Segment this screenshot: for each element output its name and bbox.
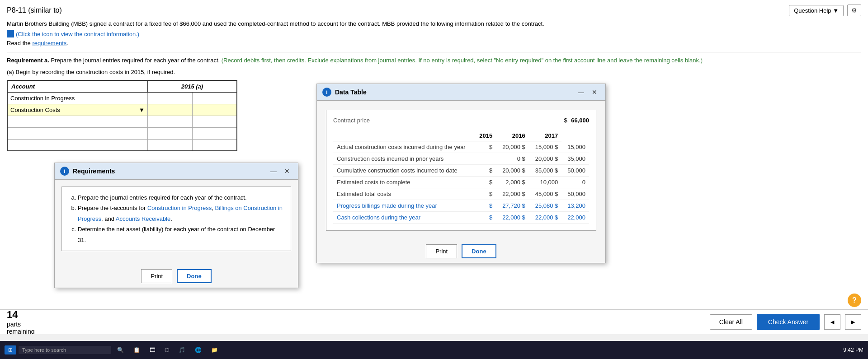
- requirements-link[interactable]: requirements: [32, 40, 66, 47]
- debit-input-2[interactable]: [151, 107, 189, 113]
- debit-input-3[interactable]: [151, 118, 189, 125]
- credit-input-5[interactable]: [195, 141, 234, 148]
- help-circle[interactable]: ?: [848, 294, 861, 307]
- journal-table: Account 2015 (a) Construction in Progres…: [7, 80, 237, 152]
- page-title: P8-11 (similar to): [7, 6, 62, 14]
- check-answer-button[interactable]: Check Answer: [757, 314, 820, 330]
- requirements-modal: i Requirements — ✕ Prepare the journal e…: [54, 163, 298, 288]
- taskbar-icon-7[interactable]: 📁: [208, 345, 222, 354]
- debit-cell-4[interactable]: [147, 127, 192, 139]
- taskbar: ⊞ Type here to search 🔍 📋 🗔 ⬡ 🎵 🌐 📁 9:42…: [0, 341, 868, 359]
- account-cell-2[interactable]: Construction Costs ▼: [7, 104, 147, 116]
- data-row-2015-4: 22,000 $: [496, 188, 529, 200]
- data-done-button[interactable]: Done: [462, 244, 496, 258]
- account-input-5[interactable]: [10, 141, 145, 148]
- requirements-minimize-button[interactable]: —: [268, 167, 279, 176]
- requirements-done-button[interactable]: Done: [177, 269, 212, 283]
- header-bar: P8-11 (similar to) Question Help ▼ ⚙: [7, 5, 861, 16]
- icon-link[interactable]: (Click the icon to view the contract inf…: [7, 30, 139, 37]
- data-row-2016-2: 35,000 $: [529, 165, 562, 177]
- requirements-close-button[interactable]: ✕: [282, 167, 292, 176]
- credit-cell-5[interactable]: [192, 139, 237, 151]
- data-row-2017-1: 35,000: [561, 153, 589, 165]
- debit-input-1[interactable]: [151, 95, 189, 102]
- read-requirements: Read the requirements.: [7, 40, 861, 47]
- requirement-item-a: Prepare the journal entries required for…: [78, 192, 284, 203]
- credit-cell-3[interactable]: [192, 116, 237, 127]
- grid-icon: [7, 30, 14, 37]
- credit-input-4[interactable]: [195, 130, 234, 137]
- contract-price-row: Contract price $ 66,000: [333, 117, 589, 126]
- account-input-4[interactable]: [10, 130, 145, 137]
- data-row-2016-1: 20,000 $: [529, 153, 562, 165]
- data-modal-title: Data Table: [335, 89, 571, 96]
- prev-button[interactable]: ◄: [824, 314, 840, 330]
- account-cell-3[interactable]: [7, 116, 147, 127]
- data-row-label-1: Construction costs incurred in prior yea…: [333, 153, 474, 165]
- data-print-button[interactable]: Print: [426, 244, 457, 258]
- gear-button[interactable]: ⚙: [847, 5, 861, 16]
- contract-price-value: 66,000: [571, 117, 589, 124]
- taskbar-icon-1[interactable]: 🔍: [113, 345, 127, 354]
- modal-overlay: i Requirements — ✕ Prepare the journal e…: [0, 0, 868, 334]
- debit-input-4[interactable]: [151, 130, 189, 137]
- debit-cell-1[interactable]: [147, 92, 192, 104]
- credit-cell-2[interactable]: [192, 104, 237, 116]
- table-row: Construction Costs ▼: [7, 104, 237, 116]
- debit-cell-2[interactable]: [147, 104, 192, 116]
- taskbar-icon-3[interactable]: 🗔: [146, 345, 159, 354]
- data-table-header: 2015 2016 2017: [333, 131, 589, 141]
- bottom-bar: 14 parts remaining Clear All Check Answe…: [0, 309, 868, 334]
- credit-input-1[interactable]: [195, 95, 234, 102]
- question-help-button[interactable]: Question Help ▼: [789, 5, 844, 16]
- table-row: Construction in Progress: [7, 92, 237, 104]
- data-row-dollar-2: $: [474, 165, 496, 177]
- subtext: (a) Begin by recording the construction …: [7, 69, 861, 75]
- debit-input-5[interactable]: [151, 141, 189, 148]
- next-button[interactable]: ►: [845, 314, 861, 330]
- account-input-3[interactable]: [10, 118, 145, 125]
- table-row: [7, 139, 237, 151]
- account-cell-4[interactable]: [7, 127, 147, 139]
- col-2017: 2017: [529, 131, 562, 141]
- data-minimize-button[interactable]: —: [575, 88, 587, 97]
- data-row-label-0: Actual construction costs incurred durin…: [333, 141, 474, 153]
- credit-cell-1[interactable]: [192, 92, 237, 104]
- account-cell-1: Construction in Progress: [7, 92, 147, 104]
- data-table-row: Cumulative construction costs incurred t…: [333, 165, 589, 177]
- debit-cell-3[interactable]: [147, 116, 192, 127]
- data-row-2016-6: 22,000 $: [529, 212, 562, 224]
- col-account: Account: [7, 80, 147, 93]
- taskbar-time: 9:42 PM: [843, 347, 863, 353]
- data-row-2017-5: 13,200: [561, 200, 589, 212]
- credit-input-2[interactable]: [195, 107, 234, 113]
- requirement-line: Requirement a. Prepare the journal entri…: [7, 56, 861, 65]
- taskbar-icon-5[interactable]: 🎵: [175, 345, 189, 354]
- requirement-item-b: Prepare the t-accounts for Construction …: [78, 203, 284, 224]
- data-row-2017-0: 15,000: [561, 141, 589, 153]
- requirements-modal-header: i Requirements — ✕: [55, 163, 298, 180]
- taskbar-icon-4[interactable]: ⬡: [161, 345, 173, 354]
- data-row-2015-2: 20,000 $: [496, 165, 529, 177]
- taskbar-icon-2[interactable]: 📋: [130, 345, 144, 354]
- data-row-2015-0: 20,000 $: [496, 141, 529, 153]
- data-table-row: Construction costs incurred in prior yea…: [333, 153, 589, 165]
- data-row-dollar-0: $: [474, 141, 496, 153]
- data-row-label-5: Progress billings made during the year: [333, 200, 474, 212]
- credit-cell-4[interactable]: [192, 127, 237, 139]
- credit-input-3[interactable]: [195, 118, 234, 125]
- data-close-button[interactable]: ✕: [589, 88, 600, 97]
- account-cell-5[interactable]: [7, 139, 147, 151]
- taskbar-icon-6[interactable]: 🌐: [191, 345, 205, 354]
- requirements-print-button[interactable]: Print: [141, 269, 172, 283]
- start-button[interactable]: ⊞: [5, 345, 16, 354]
- contract-price-label: Contract price: [333, 117, 370, 124]
- search-bar[interactable]: Type here to search: [19, 346, 111, 354]
- parts-remaining: 14 parts remaining: [7, 309, 34, 334]
- data-row-dollar-5: $: [474, 200, 496, 212]
- requirements-modal-body: Prepare the journal entries required for…: [55, 180, 298, 265]
- clear-all-button[interactable]: Clear All: [710, 314, 752, 330]
- data-row-dollar-4: $: [474, 188, 496, 200]
- requirements-modal-title: Requirements: [73, 168, 264, 175]
- debit-cell-5[interactable]: [147, 139, 192, 151]
